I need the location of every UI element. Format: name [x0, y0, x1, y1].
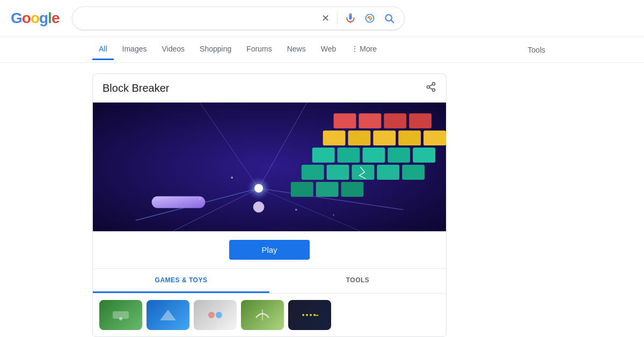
svg-point-46: [199, 198, 201, 200]
svg-point-49: [119, 317, 122, 320]
svg-point-44: [231, 177, 233, 179]
thumbnail-2[interactable]: [147, 300, 189, 330]
share-icon: [426, 82, 436, 92]
search-button[interactable]: [383, 12, 396, 25]
svg-point-6: [427, 86, 430, 89]
svg-rect-39: [341, 182, 364, 197]
svg-point-7: [433, 89, 435, 91]
game-thumbnails: [93, 294, 446, 336]
header: Google block breaker ✕: [0, 0, 644, 37]
svg-rect-23: [348, 130, 371, 145]
category-tools[interactable]: TOOLS: [269, 269, 446, 293]
svg-rect-31: [413, 148, 435, 163]
tab-videos[interactable]: Videos: [155, 39, 191, 60]
thumbnail-5[interactable]: [288, 300, 331, 330]
tab-forums[interactable]: Forums: [240, 39, 278, 60]
svg-rect-35: [377, 165, 399, 180]
nav-tabs: All Images Videos Shopping Forums News W…: [0, 37, 644, 63]
lens-icon: [364, 13, 375, 24]
microphone-button[interactable]: [344, 12, 357, 25]
category-games-toys[interactable]: GAMES & TOYS: [93, 269, 269, 293]
clear-icon: ✕: [321, 12, 330, 24]
lens-button[interactable]: [363, 12, 376, 25]
game-card-header: Block Breaker: [93, 74, 446, 102]
tab-more[interactable]: ⋮ More: [345, 39, 383, 60]
svg-rect-29: [362, 148, 385, 163]
thumb2-icon: [157, 307, 179, 323]
svg-point-54: [302, 314, 304, 316]
svg-point-5: [433, 83, 435, 85]
game-image: [93, 102, 446, 231]
svg-rect-27: [312, 148, 335, 163]
svg-rect-24: [373, 130, 396, 145]
main-content: Block Breaker: [0, 63, 644, 337]
category-tabs: GAMES & TOYS TOOLS: [93, 269, 446, 294]
svg-point-47: [333, 214, 334, 216]
svg-rect-21: [409, 113, 431, 128]
thumb1-icon: [110, 307, 131, 323]
svg-point-2: [369, 18, 371, 19]
thumbnail-4[interactable]: [241, 300, 284, 330]
game-title: Block Breaker: [103, 82, 170, 94]
svg-rect-25: [398, 130, 421, 145]
microphone-icon: [345, 13, 356, 24]
svg-line-9: [429, 84, 433, 86]
tab-shopping[interactable]: Shopping: [193, 39, 238, 60]
svg-rect-17: [152, 196, 206, 208]
tab-web[interactable]: Web: [314, 39, 343, 60]
svg-point-51: [208, 312, 215, 318]
search-bar: block breaker ✕: [72, 6, 405, 30]
svg-marker-50: [160, 310, 176, 320]
svg-rect-37: [291, 182, 313, 197]
svg-point-42: [254, 184, 263, 193]
thumbnail-3[interactable]: [194, 300, 237, 330]
tab-news[interactable]: News: [281, 39, 312, 60]
tab-all[interactable]: All: [92, 39, 114, 60]
svg-rect-32: [302, 165, 324, 180]
svg-rect-28: [338, 148, 360, 163]
svg-rect-33: [327, 165, 349, 180]
game-scene: [93, 102, 446, 231]
svg-rect-26: [423, 130, 446, 145]
google-logo[interactable]: Google: [11, 10, 59, 27]
more-dots-icon: ⋮: [351, 45, 358, 53]
clear-button[interactable]: ✕: [320, 11, 331, 25]
svg-rect-22: [323, 130, 346, 145]
svg-rect-38: [316, 182, 339, 197]
share-button[interactable]: [426, 82, 436, 95]
tab-images[interactable]: Images: [116, 39, 153, 60]
game-card: Block Breaker: [92, 74, 447, 337]
search-icons: ✕: [320, 11, 396, 25]
svg-point-57: [313, 314, 316, 316]
svg-point-43: [253, 202, 264, 213]
thumb5-icon: [299, 307, 320, 323]
thumb4-icon: [252, 307, 273, 323]
svg-point-56: [310, 314, 312, 316]
thumbnail-1[interactable]: [99, 300, 142, 330]
svg-rect-18: [334, 113, 356, 128]
tools-button[interactable]: Tools: [521, 40, 552, 60]
svg-rect-20: [384, 113, 406, 128]
search-icon: [384, 13, 394, 24]
svg-rect-19: [358, 113, 381, 128]
play-button[interactable]: Play: [229, 240, 309, 260]
svg-point-45: [295, 209, 297, 211]
thumb3-icon: [204, 307, 226, 323]
svg-line-4: [391, 20, 394, 23]
svg-point-55: [306, 314, 308, 316]
svg-line-8: [429, 87, 433, 89]
svg-point-52: [216, 312, 222, 318]
play-section: Play: [93, 231, 446, 269]
search-input[interactable]: block breaker: [81, 13, 316, 23]
svg-rect-36: [402, 165, 425, 180]
svg-rect-30: [387, 148, 410, 163]
svg-point-0: [350, 14, 352, 16]
